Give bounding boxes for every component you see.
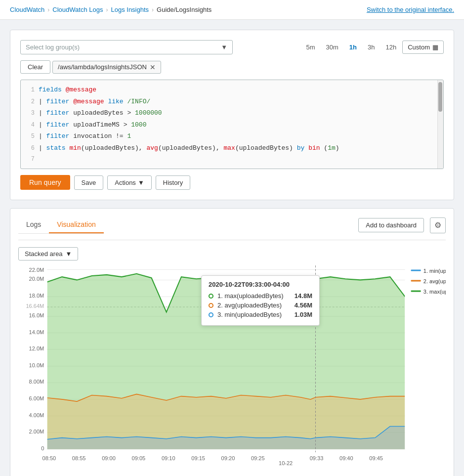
svg-text:1. min(uploadedBytes): 1. min(uploadedBytes) [423,268,446,274]
tag-close-icon[interactable]: ✕ [150,63,156,71]
chart-type-dropdown-icon: ▼ [66,250,72,258]
query-line-1: 1 fields @message [27,84,437,96]
svg-text:4.00M: 4.00M [29,412,44,418]
tooltip-label-min: 3. min(uploadedBytes) [217,311,291,318]
svg-text:09:05: 09:05 [132,455,146,461]
svg-text:18.0M: 18.0M [29,293,44,299]
log-group-placeholder: Select log group(s) [26,43,221,51]
run-query-button[interactable]: Run query [20,175,70,190]
clear-button[interactable]: Clear [20,60,50,74]
calendar-icon: ▦ [432,43,438,51]
log-group-tag-row: Clear /aws/lambda/logsInsightsJSON ✕ [20,60,444,74]
breadcrumb-sep-3: › [152,6,154,13]
query-card: Select log group(s) ▼ 5m 30m 1h 3h 12h C… [10,30,454,200]
chart-tooltip: 2020-10-22T09:33:00-04:00 1. max(uploade… [201,275,320,326]
add-dashboard-button[interactable]: Add to dashboard [358,218,424,232]
time-5m[interactable]: 5m [301,41,320,54]
svg-text:09:15: 09:15 [191,455,205,461]
svg-text:6.00M: 6.00M [29,395,44,401]
tooltip-dot-avg [209,303,213,308]
svg-text:09:33: 09:33 [310,455,324,461]
time-controls: 5m 30m 1h 3h 12h Custom ▦ [301,41,444,54]
svg-rect-40 [411,270,421,271]
gear-icon: ⚙ [434,220,441,230]
query-editor[interactable]: 1 fields @message 2 | filter @message li… [20,80,444,169]
query-actions: Run query Save Actions ▼ History [20,175,444,190]
query-line-5: 5 | filter invocation != 1 [27,130,437,142]
viz-toolbar: Add to dashboard ⚙ [358,217,446,233]
visualization-card: Logs Visualization Add to dashboard ⚙ St… [10,208,454,476]
svg-text:08:55: 08:55 [72,455,86,461]
svg-text:10-22: 10-22 [279,460,293,466]
svg-text:12.0M: 12.0M [29,346,44,351]
breadcrumb-cloudwatch-logs[interactable]: CloudWatch Logs [52,6,103,13]
save-button[interactable]: Save [74,175,104,190]
tooltip-label-avg: 2. avg(uploadedBytes) [217,302,291,309]
breadcrumb-sep-2: › [106,6,108,13]
tooltip-val-min: 1.03M [295,311,312,318]
time-3h[interactable]: 3h [363,41,380,54]
tooltip-row-max: 1. max(uploadedBytes) 14.8M [209,292,312,300]
tab-visualization[interactable]: Visualization [49,216,103,233]
svg-text:09:10: 09:10 [162,455,175,461]
query-line-4: 4 | filter uploadTimeMS > 1000 [27,119,437,131]
actions-button[interactable]: Actions ▼ [107,175,152,190]
query-line-6: 6 | stats min(uploadedBytes), avg(upload… [27,142,437,154]
query-controls-row: Select log group(s) ▼ 5m 30m 1h 3h 12h C… [20,40,444,54]
tab-logs[interactable]: Logs [18,216,49,233]
svg-text:16.0M: 16.0M [29,312,44,318]
tooltip-row-avg: 2. avg(uploadedBytes) 4.56M [209,302,312,309]
time-30m[interactable]: 30m [321,41,343,54]
tooltip-val-avg: 4.56M [295,302,312,309]
main-content: Select log group(s) ▼ 5m 30m 1h 3h 12h C… [0,20,464,476]
chart-area: 2020-10-22T09:33:00-04:00 1. max(uploade… [18,265,446,475]
log-group-select[interactable]: Select log group(s) ▼ [20,40,233,54]
query-line-2: 2 | filter @message like /INFO/ [27,96,437,108]
svg-text:09:25: 09:25 [251,455,265,461]
time-12h[interactable]: 12h [381,41,402,54]
svg-text:09:20: 09:20 [221,455,235,461]
chart-controls: Stacked area ▼ [18,247,446,260]
svg-text:22.0M: 22.0M [29,267,44,273]
viz-header: Logs Visualization Add to dashboard ⚙ [18,216,446,234]
tooltip-label-max: 1. max(uploadedBytes) [217,292,291,300]
tooltip-val-max: 14.8M [295,292,312,300]
log-group-dropdown-icon: ▼ [221,43,227,51]
time-1h[interactable]: 1h [344,41,362,54]
svg-text:14.0M: 14.0M [29,329,44,335]
svg-text:0: 0 [41,445,44,451]
tooltip-dot-min [209,312,213,317]
query-editor-inner: 1 fields @message 2 | filter @message li… [21,80,443,169]
editor-scroll-thumb[interactable] [438,82,442,112]
actions-dropdown-icon: ▼ [138,179,144,186]
svg-text:09:45: 09:45 [369,455,383,461]
history-button[interactable]: History [156,175,190,190]
svg-text:3. max(uploadedBytes): 3. max(uploadedBytes) [423,289,446,295]
log-group-tag: /aws/lambda/logsInsightsJSON ✕ [52,61,161,74]
tooltip-dot-max [209,294,213,299]
tooltip-row-min: 3. min(uploadedBytes) 1.03M [209,311,312,318]
svg-text:20.0M: 20.0M [29,276,44,282]
switch-interface-link[interactable]: Switch to the original interface. [367,6,454,13]
breadcrumb-current: Guide/LogsInsights [157,6,211,13]
tooltip-time: 2020-10-22T09:33:00-04:00 [209,281,312,288]
tabs: Logs Visualization [18,216,104,234]
breadcrumb: CloudWatch › CloudWatch Logs › Logs Insi… [0,0,464,20]
svg-rect-44 [411,291,421,292]
settings-button[interactable]: ⚙ [430,217,446,233]
breadcrumb-links: CloudWatch › CloudWatch Logs › Logs Insi… [10,6,211,13]
svg-text:09:40: 09:40 [339,455,353,461]
breadcrumb-cloudwatch[interactable]: CloudWatch [10,6,44,13]
breadcrumb-sep-1: › [47,6,49,13]
chart-type-button[interactable]: Stacked area ▼ [18,247,78,260]
breadcrumb-logs-insights[interactable]: Logs Insights [111,6,149,13]
svg-text:8.00M: 8.00M [29,379,44,385]
svg-text:16.64M: 16.64M [26,303,44,309]
query-line-7: 7 [27,154,437,165]
query-line-3: 3 | filter uploadedBytes > 1000000 [27,107,437,119]
svg-text:10.0M: 10.0M [29,362,44,368]
editor-scrollbar[interactable] [437,80,443,169]
svg-text:08:50: 08:50 [42,455,56,461]
time-custom[interactable]: Custom ▦ [402,41,444,54]
svg-text:2.00M: 2.00M [29,429,44,434]
